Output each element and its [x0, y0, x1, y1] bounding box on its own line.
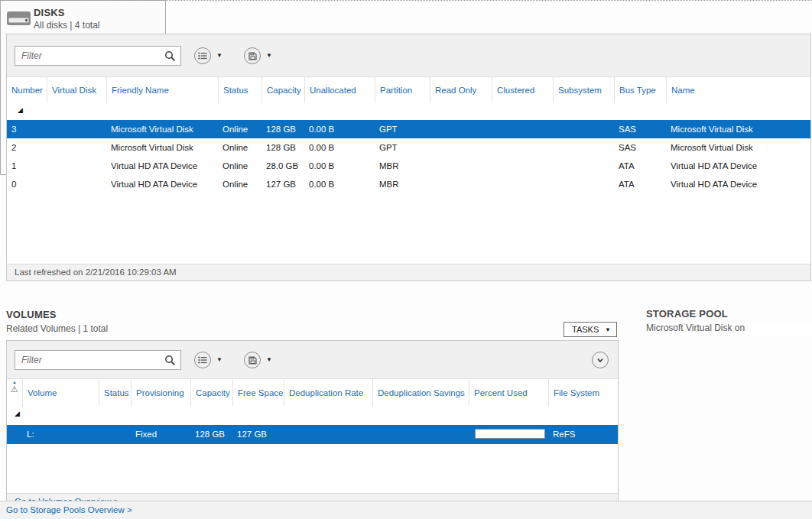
save-dropdown-icon[interactable]: ▼ [266, 47, 272, 64]
table-cell-status: Online [218, 157, 261, 175]
table-cell-alert [7, 425, 22, 444]
column-header[interactable]: Deduplication Rate [284, 379, 372, 407]
table-row[interactable]: 2Microsoft Virtual DiskOnline128 GB0.00 … [7, 138, 810, 157]
column-header[interactable]: Number [7, 77, 47, 103]
volumes-table-body: L:Fixed128 GB127 GBReFS [7, 425, 618, 444]
table-cell-status: Online [218, 175, 261, 193]
table-cell-friendly-name: Microsoft Virtual Disk [106, 138, 218, 157]
disks-section-subtitle: All disks | 4 total [34, 20, 99, 31]
table-cell-unallocated: 0.00 B [304, 120, 375, 138]
column-header[interactable]: Bus Type [614, 77, 666, 103]
table-cell-virtual-disk [47, 138, 106, 157]
disks-refresh-status: Last refreshed on 2/21/2016 10:29:03 AM [7, 264, 810, 281]
collapse-group-icon[interactable]: ◢ [18, 106, 23, 114]
volumes-section-subtitle: Related Volumes | 1 total [6, 323, 108, 334]
column-header[interactable]: Volume [22, 379, 99, 407]
table-cell-clustered [492, 138, 553, 157]
table-cell-capacity: 128 GB [190, 425, 232, 444]
column-header[interactable]: Name [666, 77, 810, 103]
tasks-button[interactable]: TASKS ▼ [564, 322, 617, 337]
column-header[interactable]: Capacity [261, 77, 304, 103]
table-cell-name: Virtual HD ATA Device [666, 175, 810, 193]
column-header[interactable]: Friendly Name [106, 77, 218, 103]
column-header[interactable]: Subsystem [553, 77, 614, 103]
column-header[interactable]: Read Only [430, 77, 492, 103]
collapse-group-icon[interactable]: ◢ [15, 410, 20, 417]
table-cell-provisioning: Fixed [131, 425, 190, 444]
table-cell-percent-used [469, 425, 548, 444]
table-cell-partition: MBR [375, 157, 430, 175]
go-to-storage-pools-overview-link[interactable]: Go to Storage Pools Overview > [6, 505, 132, 514]
list-view-dropdown-icon[interactable]: ▼ [216, 352, 222, 368]
table-cell-capacity: 128 GB [261, 138, 304, 157]
list-view-icon[interactable] [194, 47, 211, 64]
list-view-icon[interactable] [194, 352, 211, 368]
table-cell-read-only [430, 157, 492, 175]
column-header[interactable]: Status [99, 379, 131, 407]
table-cell-virtual-disk [47, 157, 106, 175]
disks-filter-input[interactable] [15, 47, 162, 65]
column-header[interactable]: Capacity [190, 379, 232, 407]
table-cell-number: 3 [7, 120, 47, 138]
disks-group-row[interactable]: ◢ [7, 103, 810, 120]
tasks-button-label: TASKS [572, 325, 599, 334]
volumes-panel: ▼ ▼ ▲⚠VolumeStatusProvisioningCapacityFr… [6, 340, 619, 511]
search-icon[interactable] [164, 355, 176, 369]
disks-filter-box [15, 46, 181, 66]
column-header[interactable]: Clustered [492, 77, 553, 103]
column-header[interactable]: Percent Used [469, 379, 548, 407]
table-cell-unallocated: 0.00 B [304, 157, 375, 175]
table-row[interactable]: 3Microsoft Virtual DiskOnline128 GB0.00 … [7, 120, 810, 138]
table-cell-file-system: ReFS [548, 425, 618, 444]
volumes-table-header: ▲⚠VolumeStatusProvisioningCapacityFree S… [7, 379, 618, 407]
table-cell-partition: GPT [375, 138, 430, 157]
volumes-group-row[interactable]: ◢ [7, 407, 618, 423]
column-header[interactable]: File System [548, 379, 618, 407]
column-header[interactable]: Deduplication Savings [372, 379, 469, 407]
column-header[interactable]: Provisioning [131, 379, 190, 407]
table-cell-bus-type: ATA [614, 175, 666, 193]
table-cell-read-only [430, 138, 492, 157]
column-header[interactable]: Free Space [232, 379, 284, 407]
disks-toolbar: ▼ ▼ [7, 34, 810, 77]
table-cell-subsystem [553, 157, 614, 175]
column-header[interactable]: Status [218, 77, 261, 103]
column-header[interactable]: Unallocated [304, 77, 375, 103]
storage-pool-section-subtitle: Microsoft Virtual Disk on [646, 323, 745, 333]
column-header[interactable]: Virtual Disk [47, 77, 106, 103]
table-cell-virtual-disk [47, 175, 106, 193]
percent-used-bar [475, 429, 545, 439]
table-cell-partition: GPT [375, 120, 430, 138]
column-header[interactable]: ▲⚠ [7, 379, 22, 407]
save-icon[interactable] [244, 352, 261, 368]
table-cell-status [99, 425, 131, 444]
table-cell-capacity: 28.0 GB [261, 157, 304, 175]
table-cell-dedup-rate [284, 425, 372, 444]
disks-table-body: 3Microsoft Virtual DiskOnline128 GB0.00 … [7, 120, 810, 193]
table-row[interactable]: 1Virtual HD ATA DeviceOnline28.0 GB0.00 … [7, 157, 810, 175]
search-icon[interactable] [164, 50, 176, 65]
disks-panel: ▼ ▼ NumberVirtual DiskFriendly NameStatu… [6, 34, 811, 281]
tasks-dropdown-icon: ▼ [605, 326, 611, 333]
table-cell-number: 1 [7, 157, 47, 175]
table-cell-name: Virtual HD ATA Device [666, 157, 810, 175]
table-cell-capacity: 127 GB [261, 175, 304, 193]
save-dropdown-icon[interactable]: ▼ [266, 352, 272, 368]
column-header[interactable]: Partition [375, 77, 430, 103]
collapse-panel-chevron-icon[interactable] [592, 352, 609, 368]
table-cell-friendly-name: Virtual HD ATA Device [106, 157, 218, 175]
volumes-filter-box [15, 350, 181, 370]
table-cell-name: Microsoft Virtual Disk [666, 120, 810, 138]
table-row[interactable]: L:Fixed128 GB127 GBReFS [7, 425, 618, 444]
table-row[interactable]: 0Virtual HD ATA DeviceOnline127 GB0.00 B… [7, 175, 810, 193]
volumes-toolbar: ▼ ▼ [7, 341, 618, 379]
save-icon[interactable] [244, 47, 261, 64]
table-cell-bus-type: SAS [614, 120, 666, 138]
volumes-filter-input[interactable] [15, 351, 162, 369]
storage-pool-section-title: STORAGE POOL [646, 308, 728, 320]
table-cell-name: Microsoft Virtual Disk [666, 138, 810, 157]
list-view-dropdown-icon[interactable]: ▼ [216, 47, 222, 64]
table-cell-volume: L: [22, 425, 99, 444]
table-cell-unallocated: 0.00 B [304, 175, 375, 193]
table-cell-dedup-savings [372, 425, 469, 444]
